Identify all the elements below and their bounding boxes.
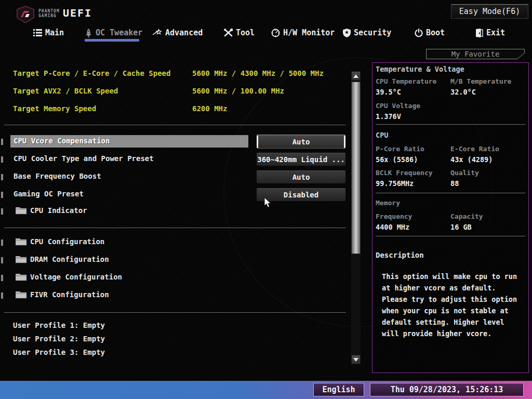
- scrollbar-track[interactable]: [351, 81, 361, 355]
- tab-boot[interactable]: Boot: [415, 26, 445, 39]
- setting-value-dropdown[interactable]: Auto: [257, 135, 345, 148]
- folder-row-dram-configuration[interactable]: DRAM Configuration: [0, 254, 349, 267]
- bclk-frequency-value: 99.756MHz: [376, 179, 414, 188]
- folder-row-cpu-configuration[interactable]: CPU Configuration: [0, 236, 349, 249]
- folder-row-fivr-configuration[interactable]: FIVR Configuration: [0, 289, 349, 302]
- tab-label: OC Tweaker: [96, 28, 142, 37]
- scrollbar-thumb[interactable]: [351, 82, 361, 254]
- setting-value-dropdown[interactable]: Disabled: [257, 188, 345, 201]
- scrollbar-down-button[interactable]: [351, 355, 361, 364]
- setting-row-cpu-indicator[interactable]: CPU Indicator: [0, 205, 349, 218]
- star-icon: [152, 29, 162, 37]
- folder-row-voltage-configuration[interactable]: Voltage Configuration: [0, 271, 349, 284]
- folder-label: DRAM Configuration: [30, 255, 109, 263]
- tab-label: H/W Monitor: [283, 28, 335, 37]
- setting-row-cpu-cooler-preset[interactable]: CPU Cooler Type and Power Preset 360~420…: [0, 153, 349, 166]
- datetime-button[interactable]: Thu 09/28/2023, 15:26:13: [370, 383, 524, 396]
- scrollbar-up-button[interactable]: [351, 71, 361, 81]
- mb-temp-value: 32.0°C: [450, 88, 476, 96]
- target-avx2-label: Target AVX2 / BCLK Speed: [13, 87, 118, 95]
- tab-main[interactable]: Main: [33, 26, 64, 39]
- setting-value-dropdown[interactable]: 360~420mm Liquid ...: [257, 153, 345, 166]
- cpu-section-title: CPU: [376, 131, 388, 139]
- tools-icon: [224, 29, 233, 37]
- row-tick-icon: [1, 240, 3, 246]
- target-memory-value: 6200 MHz: [192, 104, 227, 113]
- row-tick-icon: [1, 174, 3, 180]
- brand-phantom-gaming: PHANTOM GAMING: [38, 9, 60, 18]
- user-profile-1: User Profile 1: Empty: [13, 321, 105, 329]
- quality-value: 88: [450, 179, 459, 188]
- separator: [4, 228, 346, 228]
- description-text: This option will make cpu to run at high…: [382, 271, 520, 339]
- shield-icon: [343, 29, 351, 37]
- row-tick-icon: [1, 156, 3, 163]
- power-icon: [415, 29, 423, 37]
- setting-value-dropdown[interactable]: Auto: [257, 170, 345, 183]
- rocket-icon: [85, 29, 92, 37]
- tab-tool[interactable]: Tool: [224, 26, 255, 39]
- target-pcore-label: Target P-Core / E-Core / Cache Speed: [13, 69, 170, 77]
- setting-row-gaming-oc-preset[interactable]: Gaming OC Preset Disabled: [0, 188, 349, 201]
- footer-bar: English Thu 09/28/2023, 15:26:13: [0, 381, 532, 399]
- row-tick-icon: [1, 139, 3, 145]
- row-tick-icon: [1, 257, 3, 263]
- setting-label: CPU Indicator: [30, 206, 87, 215]
- tab-oc-tweaker[interactable]: OC Tweaker: [85, 26, 142, 39]
- pcore-ratio-label: P-Core Ratio: [376, 145, 424, 153]
- tab-exit[interactable]: Exit: [475, 26, 505, 39]
- setting-row-cpu-vcore-compensation[interactable]: CPU Vcore Compensation Auto: [0, 135, 349, 148]
- language-button[interactable]: English: [313, 383, 364, 396]
- memory-frequency-label: Frequency: [376, 212, 412, 220]
- user-profile-3: User Profile 3: Empty: [13, 348, 105, 356]
- folder-label: FIVR Configuration: [30, 290, 109, 299]
- tab-label: Security: [354, 28, 391, 37]
- target-pcore-value: 5600 MHz / 4300 MHz / 5000 MHz: [192, 69, 324, 77]
- mb-temp-label: M/B Temperature: [450, 77, 511, 85]
- pcore-ratio-value: 56x (5586): [376, 155, 418, 164]
- temp-voltage-title: Temperature & Voltage: [376, 65, 464, 73]
- folder-icon: [16, 255, 27, 263]
- panel-separator: [376, 124, 525, 125]
- setting-label: Gaming OC Preset: [14, 190, 84, 198]
- tab-label: Advanced: [165, 28, 203, 37]
- target-memory-label: Target Memory Speed: [13, 104, 96, 113]
- folder-label: Voltage Configuration: [30, 273, 122, 281]
- setting-label: CPU Vcore Compensation: [10, 135, 248, 148]
- folder-icon: [16, 206, 27, 215]
- setting-row-base-frequency-boost[interactable]: Base Frequency Boost Auto: [0, 170, 349, 183]
- folder-icon: [16, 290, 27, 299]
- cpu-temp-value: 39.5°C: [376, 88, 401, 96]
- brand-uefi: UEFI: [63, 7, 92, 19]
- tab-label: Main: [45, 28, 64, 37]
- memory-section-title: Memory: [376, 199, 400, 207]
- setting-label: CPU Cooler Type and Power Preset: [14, 154, 154, 163]
- easy-mode-button[interactable]: Easy Mode(F6): [451, 4, 528, 19]
- ecore-ratio-label: E-Core Ratio: [450, 145, 499, 153]
- target-avx2-value: 5600 MHz / 100.00 MHz: [192, 87, 284, 95]
- panel-separator: [376, 193, 525, 193]
- arrow-down-icon: [353, 358, 358, 362]
- exit-door-icon: [475, 29, 483, 37]
- row-tick-icon: [1, 208, 3, 215]
- setting-label: Base Frequency Boost: [14, 172, 101, 180]
- tab-advanced[interactable]: Advanced: [152, 26, 203, 39]
- my-favorite-label: My Favorite: [427, 49, 524, 59]
- cpu-voltage-label: CPU Voltage: [376, 102, 420, 110]
- tab-label: Tool: [236, 28, 255, 37]
- bclk-frequency-label: BCLK Frequency: [376, 169, 433, 177]
- cpu-voltage-value: 1.376V: [376, 112, 401, 121]
- separator: [4, 312, 346, 313]
- my-favorite-tab[interactable]: My Favorite: [426, 49, 525, 59]
- memory-capacity-value: 16 GB: [450, 223, 472, 231]
- description-title: Description: [376, 251, 424, 259]
- info-panel: Temperature & Voltage CPU Temperature M/…: [372, 62, 529, 373]
- tab-label: Boot: [426, 28, 445, 37]
- list-icon: [33, 29, 42, 36]
- tab-security[interactable]: Security: [343, 26, 391, 39]
- row-tick-icon: [1, 192, 3, 198]
- gauge-icon: [271, 29, 280, 37]
- uefi-screen: PHANTOM GAMING UEFI Easy Mode(F6) Main O…: [0, 0, 532, 399]
- tab-hw-monitor[interactable]: H/W Monitor: [271, 26, 335, 39]
- panel-separator: [376, 236, 525, 236]
